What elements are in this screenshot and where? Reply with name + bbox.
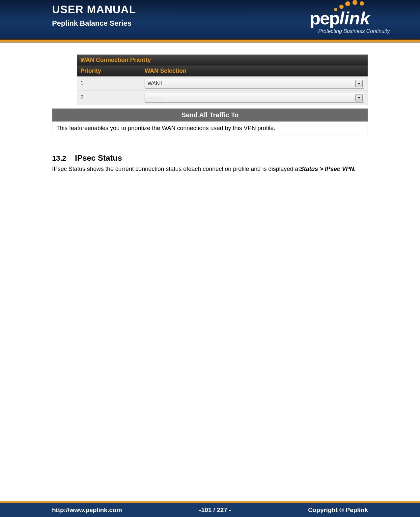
wan-priority-panel: WAN Connection Priority Priority WAN Sel… bbox=[77, 54, 368, 105]
col-wan-header: WAN Selection bbox=[141, 66, 368, 76]
logo-tagline: Protecting Business Continuity bbox=[318, 28, 390, 34]
footer-accent-bar bbox=[0, 501, 420, 503]
footer-url: http://www.peplink.com bbox=[52, 506, 122, 514]
wan-selection-dropdown-2[interactable]: - - - - - bbox=[145, 93, 364, 103]
page-header: USER MANUAL Peplink Balance Series pepli… bbox=[0, 0, 420, 39]
footer-pager: -101 / 227 - bbox=[199, 506, 231, 514]
wan-priority-row: 1 WAN1 bbox=[77, 76, 368, 91]
brand-logo: peplink Protecting Business Continuity bbox=[304, 0, 412, 39]
wan-selection-dropdown-1[interactable]: WAN1 bbox=[145, 79, 364, 89]
logo-wordmark: peplink bbox=[310, 8, 370, 28]
wan-priority-row: 2 - - - - - bbox=[77, 91, 368, 105]
section-title: IPsec Status bbox=[75, 153, 122, 162]
wan-priority-title: WAN Connection Priority bbox=[77, 54, 368, 66]
footer-copyright: Copyright © Peplink bbox=[308, 506, 368, 514]
send-all-traffic-body: This featureenables you to prioritize th… bbox=[52, 122, 368, 135]
page-footer-wrap: http://www.peplink.com -101 / 227 - Copy… bbox=[0, 501, 420, 517]
section-number: 13.2 bbox=[52, 154, 66, 162]
col-priority-header: Priority bbox=[77, 66, 141, 76]
header-accent-bar bbox=[0, 39, 420, 42]
send-all-traffic-title: Send All Traffic To bbox=[52, 109, 368, 122]
section-heading: 13.2 IPsec Status bbox=[52, 153, 368, 163]
wan-selection-value: WAN1 bbox=[148, 81, 163, 87]
priority-cell: 1 bbox=[77, 77, 141, 91]
chevron-down-icon bbox=[355, 94, 363, 101]
chevron-down-icon bbox=[355, 80, 363, 87]
wan-priority-columns: Priority WAN Selection bbox=[77, 66, 368, 76]
wan-selection-value: - - - - - bbox=[148, 95, 162, 101]
send-all-traffic-infobox: Send All Traffic To This featureenables … bbox=[52, 108, 368, 135]
priority-cell: 2 bbox=[77, 91, 141, 105]
section-paragraph: IPsec Status shows the current connectio… bbox=[52, 165, 368, 173]
